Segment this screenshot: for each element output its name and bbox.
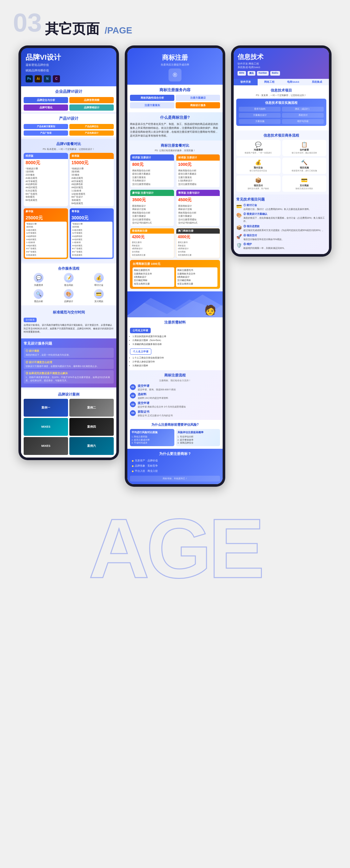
tab-sysint[interactable]: 系统集成: [305, 79, 329, 85]
tm-card1-hd: 经济版 注册设计: [130, 154, 174, 161]
materials-list-2: 1.个人工商业主营业执照复印件 2.申请人身份证复印件 3.商标设计图样: [130, 356, 220, 368]
biz-label-2: 合约签署: [284, 148, 325, 151]
compare-cards-top: 经济版 8000元 *初稿设计费 1款初稿 22次修改 A1标志规范 A2字体规…: [24, 153, 114, 206]
phone3-subtitle: 软件开发·网络工程系统集成·电商SAAS: [238, 62, 325, 69]
phones-row: 品牌VI设计 凝标塑造品牌价值 赋能品牌传播价值 Ps Ai N C 企业品牌V…: [13, 45, 337, 487]
faq-item-1: ① 设计满意 满意的情况下，这是一对化优先改方向反馈。: [24, 348, 114, 358]
biz-desc-6: 验收完成后支付尾款: [284, 188, 325, 190]
process-item-4: 系统支付: [282, 113, 324, 118]
product-btn-4[interactable]: 产品包装设计: [69, 130, 114, 136]
product-btn-3[interactable]: 产品广告语: [24, 130, 68, 136]
biz-desc-1: 根据客户需求，一对一全面进行: [238, 152, 279, 154]
compare-cards-big: 豪华版 25000元 *初稿设计费 2款初稿 A1标志规范 A2字体规范 A3品…: [24, 208, 114, 259]
biz-desc-3: 签订合同后交付定金: [238, 170, 279, 172]
service-title: 商标注册服务内容: [130, 87, 220, 93]
why-list: 无形资产 · 品牌价值 品牌形象 · 竞标竞争 平台入驻 · 商业入驻: [130, 458, 220, 474]
process-item-5: 方案实施: [239, 119, 281, 124]
materials-section: 注册所需材料 公司名义申请 1.营业执照副本或复印件加盖公章 2.商标设计图样（…: [127, 317, 223, 370]
faq-item-3: ③ 如果花完次数还是不满意怎么解决 1、初稿不满意要求更改，扣10%；不低于10…: [24, 370, 114, 383]
enterprise-btn-4[interactable]: 品牌营销设计: [69, 104, 114, 111]
flow-steps-1: 💬 沟通需求 📝 签合同款 💰 帮付订金: [24, 273, 114, 286]
p3-faq-a-3: 超过项目完成或联系对方支付进度款（为合同约定款比完成50%须支付的30%）。: [243, 229, 324, 232]
biz-item-4: 🔨 项目实施 根据需求方案，进行工程实施: [282, 158, 327, 174]
phone1-body: 企业品牌VI设计 品牌定位与分析 品牌形势洞察 品牌可视化 品牌营销设计 产品V…: [21, 86, 116, 458]
biz-icon-2: 📋: [284, 142, 325, 148]
tab-network[interactable]: 网络工程: [258, 79, 282, 85]
step-num-3: 03: [130, 401, 136, 407]
card2-header: 标准版: [70, 153, 114, 159]
enterprise-btn-2[interactable]: 品牌形势洞察: [69, 97, 114, 103]
tm-flow-subtitle: 注册商标、我们给你全力支持！: [130, 379, 220, 382]
cases-title: 品牌设计案例: [24, 392, 114, 397]
why-section: 为什么要注册商标？ 无形资产 · 品牌价值 品牌形象 · 竞标竞争 平台入驻 ·…: [127, 449, 223, 484]
flow-icon-5: 🎨: [64, 289, 74, 299]
service-btn-2[interactable]: 注册方案建议: [176, 95, 220, 101]
p3-project-section: 信息技术项目 PS：某某果，一对一个定制解答，让您轻松达到！ 信息技术项目实施流…: [234, 85, 329, 130]
enterprise-section-title: 企业品牌VI设计: [21, 86, 116, 96]
tm-card2-body: 商标风险综合分析 提供注册方案建议 注册方案落实 1-2款商标设计 交付注册受理…: [176, 168, 220, 188]
service-btn-3[interactable]: 注册方案落实: [130, 102, 174, 108]
flow-label-4: 需品分析: [34, 300, 43, 303]
materials-tab-2[interactable]: 个人名义申请: [130, 348, 151, 355]
faq-a-2: 切换设计方案都不满意，会重新沟通设计方向，最终剩2-3次满意就止步。: [26, 365, 112, 368]
why-title: 为什么要注册商标？: [130, 452, 220, 456]
flow-label-5: 品牌设计: [64, 300, 73, 303]
product-btn-1[interactable]: 产品名称方案策划: [24, 124, 68, 129]
p3-faq-title: 常见技术项目问题: [236, 197, 326, 202]
p3-faq-item-5: 🛡️ ⑤ 维护 根据维护的期限一年，到期末满足到30%。: [236, 242, 326, 250]
why-item-2: 品牌形象 · 竞标竞争: [132, 463, 220, 469]
product-btn-2[interactable]: 产品品牌定位: [69, 124, 114, 129]
tm-card3-hd: 豪华版 注册与设计: [130, 190, 174, 196]
case-item-5: MIXES: [24, 437, 68, 455]
faq-q-2: ② 设计不满意怎么处理: [26, 361, 112, 364]
tab-software[interactable]: 软件开发: [234, 79, 258, 85]
p3-tabs: 软件开发 网络工程 电商SAAS 系统集成: [234, 79, 329, 85]
tab-ecom[interactable]: 电商SAAS: [281, 79, 305, 85]
enterprise-btn-1[interactable]: 品牌定位与分析: [24, 97, 68, 103]
compare-card-1: 经济版 8000元 *初稿设计费 1款初稿 22次修改 A1标志规范 A2字体规…: [24, 153, 68, 206]
compare-title: 品牌VI套餐对比: [24, 142, 114, 146]
enterprise-btn-3[interactable]: 品牌可视化: [24, 104, 68, 111]
risk-col-left: 平均进行风险对比措施 1. 降低注册风险 2. 提高注册成功率 3. 节省时间成…: [130, 429, 174, 446]
page-header: 03 其它页面 /PAGE: [13, 10, 337, 36]
biz-label-4: 项目实施: [284, 166, 325, 169]
service-btn-4[interactable]: 商标设计服务: [176, 102, 220, 108]
logo-baidu: BaiDu: [270, 71, 280, 75]
service-btn-1[interactable]: 商标风险性综合分析: [130, 95, 174, 101]
materials-tab-1[interactable]: 公司名义申请: [130, 328, 151, 333]
tm-card4-body: 图形商标设计 商标设计定稿 商标风险综合分析 注册方案建议 交付注册受理通知 交…: [176, 204, 220, 226]
risk-section: 为什么注册商标前需要评估风险? 平均进行风险对比措施 1. 降低注册风险 2. …: [127, 420, 223, 449]
tw-col-2: 商标注册委托书 注册商标关交文件 3类商标设计 交付确定商标 传至台商所注册: [176, 268, 218, 287]
p3-faq-a-5: 根据维护的期限一年，到期末满足到30%。: [243, 247, 286, 250]
process-item-1: 需求与架构: [239, 107, 281, 112]
flow-steps-2: 🔍 需品分析 🎨 品牌设计 💳 支付尾款: [24, 289, 114, 303]
biz-item-6: 💳 支付尾款 验收完成后支付尾款: [282, 176, 327, 192]
ai-icon: Ai: [35, 75, 42, 83]
flow-icon-4: 🔍: [34, 289, 43, 299]
p3-faq-icon-1: 💳: [236, 204, 242, 211]
p3-project-sub: PS：某某果，一对一个定制解答，让您轻松达到！: [236, 94, 326, 97]
process-item-6: 维护与升级: [282, 119, 324, 124]
tm-card4-price: 4500元: [176, 196, 220, 204]
step-title-3: 提交申请: [138, 401, 220, 405]
faq-q-3: ③ 如果花完次数还是不满意怎么解决: [26, 372, 112, 375]
product-section-title: 产品VI设计: [21, 114, 116, 123]
biz-item-2: 📋 合约签署 签订合作合同，确认项目清单: [282, 140, 327, 156]
card2-body: *初稿设计费 2款初稿 3次修改 A1标志规范 A2字体规范 A3品牌色彩 A4…: [70, 166, 114, 206]
enterprise-btns: 品牌定位与分析 品牌形势洞察 品牌可视化 品牌营销设计: [21, 96, 116, 112]
risk-col-right: 风险评估注册提高概率 1. 专业评估分析 2. 提升整体效率 3. 保障品牌安全: [176, 429, 220, 446]
product-btns: 产品名称方案策划 产品品牌定位 产品广告语 产品包装设计: [21, 123, 116, 137]
p3-faq-item-3: 📦 ③ 项目进度款 超过项目完成或联系对方支付进度款（为合同约定款比完成50%须…: [236, 224, 326, 232]
phone3-logos: BiHe 腾讯 Kantian BaiDu: [238, 71, 325, 75]
flow-step-5: 🎨 品牌设计: [64, 289, 74, 303]
tw-card-title: 台湾商标注册 1000元: [133, 262, 217, 266]
biz-item-1: 💬 沟通需求 根据客户需求，一对一全面进行: [236, 140, 281, 156]
tm-flow-step-4: 04 获取证书 获取证书 正式注册10个月内的证书: [130, 410, 220, 417]
tm-cards-bottom: 豪华版 注册与设计 3500元 图形商标设计 商标设计定稿 商标风险综合分析 注…: [130, 189, 220, 226]
flow-icon-6: 💳: [94, 289, 104, 299]
p2-service: 商标注册服务内容 商标风险性综合分析 注册方案建议 注册方案落实 商标设计服务: [127, 85, 223, 112]
flow-step-3: 💰 帮付订金: [94, 273, 104, 286]
tm-flow-step-3: 03 提交申请 提交申请 商标局公告文件 3个月内完成受理通知: [130, 401, 220, 408]
phone1-header: 品牌VI设计 凝标塑造品牌价值 赋能品牌传播价值 Ps Ai N C: [21, 48, 116, 86]
step-num-4: 04: [130, 410, 136, 416]
